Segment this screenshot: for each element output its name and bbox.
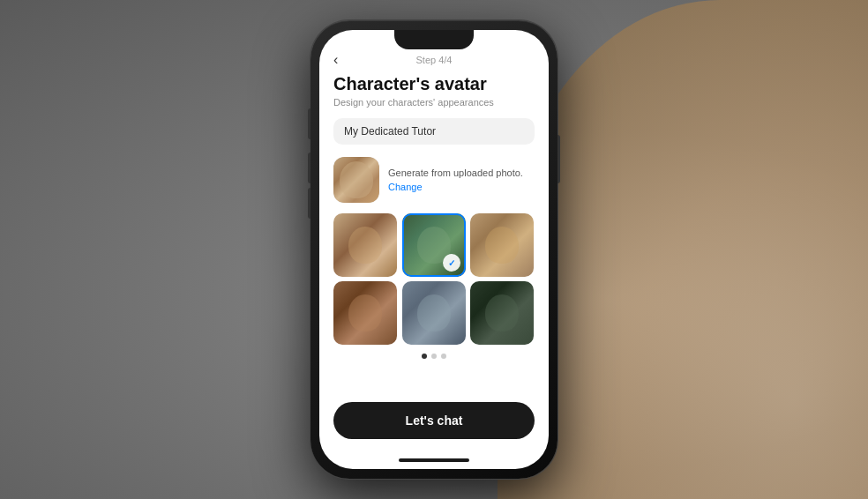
phone-device: ‹ Step 4/4 Character's avatar Design you…	[311, 20, 557, 479]
pagination-dot-1[interactable]	[422, 354, 427, 359]
selected-checkmark: ✓	[443, 254, 460, 272]
step-indicator: Step 4/4	[416, 55, 453, 65]
phone-screen: ‹ Step 4/4 Character's avatar Design you…	[319, 30, 549, 469]
phone-notch	[394, 30, 474, 49]
page-subtitle: Design your characters' appearances	[333, 97, 535, 108]
home-indicator	[399, 458, 469, 462]
pagination-dot-2[interactable]	[431, 354, 437, 359]
upload-description: Generate from uploaded photo.	[388, 168, 523, 178]
page-title: Character's avatar	[333, 74, 535, 94]
avatar-option-1[interactable]	[333, 213, 397, 277]
header-row: ‹ Step 4/4	[333, 55, 535, 65]
avatar-grid: ✓	[333, 213, 535, 345]
pagination-dot-3[interactable]	[441, 354, 446, 359]
einstein-tongue-photo	[333, 157, 379, 203]
upload-text: Generate from uploaded photo. Change	[388, 166, 535, 195]
uploaded-photo-preview[interactable]	[333, 157, 379, 203]
avatar-option-2[interactable]: ✓	[402, 213, 466, 277]
lets-chat-button[interactable]: Let's chat	[333, 402, 535, 439]
avatar-option-3[interactable]	[470, 213, 534, 277]
avatar-option-5[interactable]	[402, 281, 466, 345]
back-button[interactable]: ‹	[333, 52, 338, 68]
screen-content: ‹ Step 4/4 Character's avatar Design you…	[319, 30, 549, 453]
avatar-option-6[interactable]	[470, 281, 534, 345]
avatar-option-4[interactable]	[333, 281, 397, 345]
upload-row: Generate from uploaded photo. Change	[333, 157, 535, 203]
character-name-pill[interactable]: My Dedicated Tutor	[333, 118, 535, 145]
pagination-dots	[333, 354, 535, 359]
change-photo-link[interactable]: Change	[388, 182, 423, 192]
